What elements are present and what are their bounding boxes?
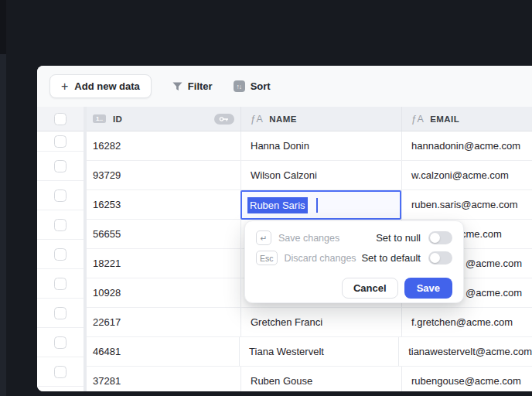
cell-id[interactable]: 18221 [87, 249, 240, 278]
discard-shortcut-hint: Esc Discard changes [256, 251, 361, 265]
data-table-panel: + Add new data Filter ↑↓ Sort 1.. ID [37, 66, 532, 391]
cell-name[interactable]: Tiana Westervelt [239, 337, 398, 366]
table-row: 22617Gretchen Francif.gretchen@acme.com [87, 308, 532, 337]
cell-id[interactable]: 37281 [87, 367, 240, 391]
cancel-button[interactable]: Cancel [342, 278, 398, 299]
row-checkbox-cell [37, 328, 84, 357]
cell-id[interactable]: 16282 [87, 131, 240, 160]
column-header-id[interactable]: 1.. ID [87, 107, 240, 131]
select-all-cell [37, 107, 84, 131]
row-checkbox[interactable] [54, 278, 66, 290]
sort-label: Sort [251, 80, 271, 92]
table-row: 16282Hanna Doninhannadonin@acme.com [87, 131, 532, 161]
row-checkbox[interactable] [54, 336, 66, 349]
column-header-email-label: EMAIL [430, 114, 459, 124]
cell-email[interactable]: hannadonin@acme.com [401, 131, 532, 160]
cell-name[interactable]: Ruben Gouse [240, 367, 401, 391]
number-type-icon: 1.. [93, 114, 106, 123]
cell-id[interactable]: 56655 [87, 220, 240, 248]
column-header-email[interactable]: ƒA EMAIL [401, 107, 532, 131]
row-checkbox-cell [37, 240, 84, 269]
save-shortcut-label: Save changes [278, 233, 339, 244]
cell-id[interactable]: 22617 [87, 308, 240, 336]
cell-name[interactable]: Gretchen Franci [240, 308, 401, 336]
sort-arrows-icon: ↑↓ [234, 80, 245, 92]
primary-key-icon [214, 114, 234, 125]
set-to-null-label: Set to null [376, 232, 421, 244]
filter-label: Filter [188, 80, 213, 92]
row-checkbox[interactable] [54, 160, 66, 172]
toggle-knob [430, 253, 440, 263]
edit-popup: ↵ Save changes Set to null Esc Discard c… [244, 220, 464, 303]
filter-funnel-icon [172, 82, 182, 91]
add-new-data-button[interactable]: + Add new data [49, 74, 152, 98]
set-to-default-toggle[interactable] [428, 251, 452, 265]
set-to-default-row: Set to default [361, 251, 452, 265]
esc-key-icon: Esc [256, 251, 278, 265]
table-header: 1.. ID ƒA NAME ƒA EMAIL [87, 107, 532, 131]
backdrop-edge-side [0, 54, 6, 396]
row-checkbox-cell [37, 131, 84, 152]
enter-key-icon: ↵ [256, 230, 271, 245]
row-checkbox-cell [37, 152, 84, 181]
text-caret [316, 198, 318, 213]
cell-email[interactable]: tianawestervelt@acme.com [398, 337, 532, 366]
row-checkbox[interactable] [54, 135, 66, 148]
row-checkbox-cell [37, 210, 84, 240]
cell-id[interactable]: 16253 [87, 190, 240, 219]
table-row: 37281Ruben Gouserubengouse@acme.com [87, 367, 532, 391]
cell-name[interactable]: Hanna Donin [240, 131, 401, 160]
save-shortcut-hint: ↵ Save changes [256, 230, 361, 245]
set-to-null-row: Set to null [361, 231, 452, 244]
cell-id[interactable]: 46481 [87, 337, 239, 366]
cell-id[interactable]: 93729 [87, 161, 240, 189]
row-checkbox[interactable] [54, 366, 66, 378]
selected-text: Ruben Saris [247, 197, 308, 213]
row-checkbox[interactable] [54, 219, 66, 231]
row-checkbox-cell [37, 181, 84, 210]
cell-email[interactable]: ruben.saris@acme.com [401, 190, 532, 219]
table-row: 93729Wilson Calzoniw.calzoni@acme.com [87, 161, 532, 190]
filter-button[interactable]: Filter [172, 80, 213, 92]
toolbar: + Add new data Filter ↑↓ Sort [37, 66, 532, 107]
text-type-icon: ƒA [251, 114, 263, 125]
cell-email[interactable]: rubengouse@acme.com [401, 367, 532, 391]
row-checkbox-cell [37, 299, 84, 328]
backdrop-edge-top [0, 0, 6, 54]
column-header-name[interactable]: ƒA NAME [240, 107, 401, 131]
cell-id[interactable]: 10928 [87, 278, 240, 307]
cell-name[interactable]: Wilson Calzoni [240, 161, 401, 189]
row-checkbox[interactable] [54, 307, 66, 319]
checkbox-column [37, 107, 84, 391]
toggle-knob [430, 233, 440, 243]
select-all-checkbox[interactable] [54, 113, 66, 125]
text-type-icon: ƒA [411, 114, 424, 125]
set-to-default-label: Set to default [361, 252, 421, 264]
save-button[interactable]: Save [404, 278, 452, 299]
sort-button[interactable]: ↑↓ Sort [234, 80, 271, 92]
table-row: 46481Tiana Westervelttianawestervelt@acm… [87, 337, 532, 367]
row-checkbox[interactable] [54, 248, 66, 261]
column-header-id-label: ID [113, 114, 122, 124]
cell-editor[interactable]: Ruben Saris [240, 190, 401, 220]
row-checkbox-cell [37, 269, 84, 299]
plus-icon: + [61, 80, 68, 93]
cell-email[interactable]: w.calzoni@acme.com [401, 161, 532, 189]
discard-shortcut-label: Discard changes [285, 253, 356, 264]
set-to-null-toggle[interactable] [428, 231, 452, 244]
cell-email[interactable]: f.gretchen@acme.com [401, 308, 532, 336]
row-checkbox-cell [37, 357, 84, 387]
column-header-name-label: NAME [269, 114, 296, 124]
row-checkbox[interactable] [54, 189, 66, 202]
add-new-data-label: Add new data [74, 80, 140, 92]
